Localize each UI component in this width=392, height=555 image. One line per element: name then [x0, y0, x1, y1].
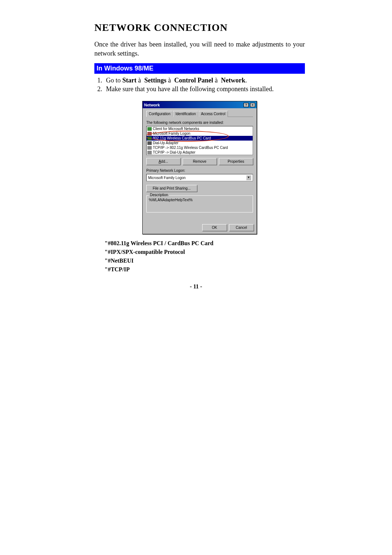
tab-configuration[interactable]: Configuration — [146, 111, 173, 117]
cancel-button[interactable]: Cancel — [229, 224, 254, 231]
list-item: "#IPX/SPX-compatible Protocol — [105, 249, 305, 255]
help-icon[interactable]: ? — [244, 103, 249, 107]
logon-label: Primary Network Logon: — [146, 169, 253, 173]
list-item: "#NetBEUI — [105, 258, 305, 264]
list-item: "#TCP/IP — [105, 266, 305, 273]
description-group: Description %WLANAdapterHelpText% — [146, 195, 253, 212]
dialog-titlebar: Network ? × — [143, 101, 257, 108]
remove-button[interactable]: Remove — [183, 158, 217, 165]
description-text: %WLANAdapterHelpText% — [149, 198, 250, 202]
page-number: - 11 - — [0, 283, 392, 290]
properties-button[interactable]: Properties — [219, 158, 253, 165]
required-components-list: "#802.11g Wireless PCI / CardBus PC Card… — [105, 240, 305, 273]
file-print-sharing-button[interactable]: File and Print Sharing... — [146, 185, 197, 192]
dialog-title: Network — [144, 103, 160, 107]
logon-select[interactable]: Microsoft Family Logon ▼ — [146, 174, 253, 181]
components-label: The following network components are ins… — [146, 121, 253, 125]
list-item: "#802.11g Wireless PCI / CardBus PC Card — [105, 240, 305, 247]
close-icon[interactable]: × — [250, 103, 255, 107]
page-title: NETWORK CONNECTION — [94, 22, 305, 33]
add-button[interactable]: Add... — [146, 158, 180, 165]
step-2: Make sure that you have all the followin… — [104, 85, 305, 93]
step-1: Go to Start à Settings à Control Panel à… — [104, 77, 305, 84]
components-listbox[interactable]: Client for Microsoft Networks Microsoft … — [146, 126, 253, 155]
ok-button[interactable]: OK — [202, 224, 227, 231]
intro-text: Once the driver has been installed, you … — [94, 40, 305, 58]
section-header: In Windows 98/ME — [94, 63, 305, 74]
network-dialog: Network ? × Configuration Identification… — [142, 101, 257, 234]
tab-access-control[interactable]: Access Control — [199, 111, 228, 117]
chevron-down-icon[interactable]: ▼ — [246, 175, 251, 180]
tab-identification[interactable]: Identification — [173, 111, 198, 117]
